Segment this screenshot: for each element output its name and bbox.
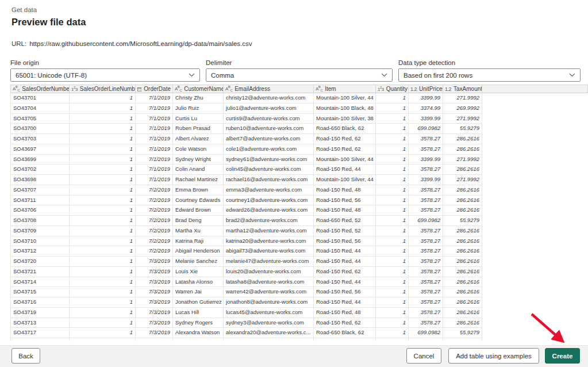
- cell-SalesOrderNumber: SO43715: [11, 287, 70, 297]
- cell-TaxAmount: 286.2616: [443, 287, 482, 297]
- table-row: SO4370417/1/2019Julio Ruizjulio1@adventu…: [11, 104, 588, 114]
- cell-CustomerName: Abigail Henderson: [173, 246, 224, 257]
- cell-SalesOrderNumber: SO43710: [11, 236, 70, 247]
- cell-Item: Road-150 Red, 62: [314, 318, 376, 328]
- cell-EmailAddress: [224, 338, 314, 341]
- table-row: SO4370617/2/2019Edward Brownedward26@adv…: [11, 205, 588, 216]
- cell-EmailAddress: alexandra20@adventure-works.c...: [224, 328, 314, 338]
- cell-Quantity: 1: [376, 297, 409, 308]
- column-header-SalesOrderNumber[interactable]: ABCSalesOrderNumber: [11, 85, 70, 93]
- whole-number-type-icon: 123: [378, 86, 384, 92]
- table-row: SO4370317/1/2019Albert Alvarezalbert7@ad…: [11, 134, 588, 144]
- file-origin-select[interactable]: 65001: Unicode (UTF-8): [10, 68, 200, 82]
- cell-Quantity: 1: [376, 246, 409, 257]
- cell-TaxAmount: 55.9279: [443, 328, 482, 338]
- cell-SalesOrderLineNumber: 1: [70, 196, 136, 206]
- column-header-label: SalesOrderLineNumber: [80, 86, 136, 92]
- cell-SalesOrderNumber: SO43716: [11, 297, 70, 308]
- cell-CustomerName: Cole Watson: [173, 144, 224, 155]
- delimiter-select[interactable]: Comma: [206, 68, 393, 82]
- add-table-using-examples-button[interactable]: Add table using examples: [448, 348, 539, 364]
- cell-OrderDate: 7/2/2019: [136, 236, 173, 247]
- cell-SalesOrderLineNumber: 1: [70, 328, 136, 338]
- column-header-OrderDate[interactable]: OrderDate: [136, 85, 173, 93]
- cell-OrderDate: 7/1/2019: [136, 104, 173, 114]
- cell-Item: Road-150 Red, 48: [314, 308, 376, 318]
- cell-SalesOrderNumber: SO43699: [11, 155, 70, 165]
- cell-TaxAmount: 286.2616: [443, 318, 482, 328]
- cell-Item: Road-150 Red, 44: [314, 297, 376, 308]
- cell-CustomerName: Ruben Prasad: [173, 124, 224, 134]
- column-header-Item[interactable]: ABCItem: [314, 85, 376, 93]
- cell-Quantity: 1: [376, 155, 409, 165]
- cell-CustomerName: Christy Zhu: [173, 93, 224, 104]
- table-row: SO4369817/1/2019Rachael Martinezrachael1…: [11, 175, 588, 185]
- cell-UnitPrice: 3578.27: [409, 205, 443, 216]
- cell-UnitPrice: 3578.27: [409, 277, 443, 288]
- cell-CustomerName: Albert Alvarez: [173, 134, 224, 144]
- cell-EmailAddress: christy12@adventure-works.com: [224, 93, 314, 104]
- column-header-SalesOrderLineNumber[interactable]: 123SalesOrderLineNumber: [70, 85, 136, 93]
- cell-OrderDate: 7/3/2019: [136, 267, 173, 277]
- create-button[interactable]: Create: [545, 348, 580, 364]
- cell-Quantity: 1: [376, 124, 409, 134]
- file-origin-group: File origin 65001: Unicode (UTF-8): [10, 59, 200, 82]
- cell-UnitPrice: 3578.27: [409, 236, 443, 247]
- cell-Quantity: 1: [376, 216, 409, 226]
- cell-SalesOrderLineNumber: 1: [70, 226, 136, 236]
- cell-SalesOrderLineNumber: 1: [70, 175, 136, 185]
- delimiter-value: Comma: [211, 72, 234, 79]
- cell-Quantity: 1: [376, 134, 409, 144]
- page-title: Preview file data: [11, 17, 86, 28]
- cell-UnitPrice: 699.0982: [409, 216, 443, 226]
- data-type-detection-label: Data type detection: [398, 59, 581, 66]
- cell-OrderDate: 7/3/2019: [136, 318, 173, 328]
- column-header-UnitPrice[interactable]: 1.2UnitPrice: [409, 85, 443, 93]
- cell-SalesOrderLineNumber: 1: [70, 277, 136, 288]
- cell-SalesOrderNumber: SO43712: [11, 246, 70, 257]
- table-row: SO4370817/2/2019Brad Dengbrad2@adventure…: [11, 216, 588, 226]
- cell-UnitPrice: 3578.27: [409, 165, 443, 175]
- cell-EmailAddress: julio1@adventure-works.com: [224, 104, 314, 114]
- column-header-TaxAmount[interactable]: 1.2TaxAmount: [443, 85, 482, 93]
- cell-Item: Road-150 Red, 62: [314, 144, 376, 155]
- cell-OrderDate: 7/1/2019: [136, 155, 173, 165]
- cell-SalesOrderNumber: SO43704: [11, 104, 70, 114]
- cell-SalesOrderNumber: SO43701: [11, 93, 70, 104]
- cell-CustomerName: Jonathon Gutierrez: [173, 297, 224, 308]
- cell-TaxAmount: 286.2616: [443, 297, 482, 308]
- table-row: SO4371017/2/2019Katrina Rajikatrina20@ad…: [11, 236, 588, 247]
- cancel-button[interactable]: Cancel: [406, 348, 441, 364]
- cell-Item: Mountain-100 Silver, 44: [314, 93, 376, 104]
- cell-TaxAmount: 286.2616: [443, 185, 482, 196]
- breadcrumb: Get data: [11, 6, 37, 13]
- table-row: SO4371217/2/2019Abigail Hendersonabigail…: [11, 246, 588, 257]
- data-type-detection-select[interactable]: Based on first 200 rows: [398, 68, 581, 82]
- column-header-Quantity[interactable]: 123Quantity: [376, 85, 409, 93]
- cell-EmailAddress: melanie47@adventure-works.com: [224, 257, 314, 267]
- cell-CustomerName: Emma Brown: [173, 185, 224, 196]
- file-origin-value: 65001: Unicode (UTF-8): [16, 72, 87, 79]
- cell-SalesOrderLineNumber: 1: [70, 93, 136, 104]
- cell-SalesOrderLineNumber: 1: [70, 287, 136, 297]
- back-button[interactable]: Back: [11, 348, 40, 364]
- cell-UnitPrice: 699.0982: [409, 124, 443, 134]
- cell-SalesOrderNumber: SO43714: [11, 277, 70, 288]
- cell-Quantity: 1: [376, 277, 409, 288]
- data-type-detection-group: Data type detection Based on first 200 r…: [398, 59, 581, 82]
- cell-Quantity: 1: [376, 93, 409, 104]
- cell-UnitPrice: 3399.99: [409, 155, 443, 165]
- cell-SalesOrderNumber: SO43705: [11, 114, 70, 124]
- cell-CustomerName: Edward Brown: [173, 205, 224, 216]
- cell-SalesOrderLineNumber: 1: [70, 216, 136, 226]
- column-header-CustomerName[interactable]: ABCCustomerName: [173, 85, 224, 93]
- decimal-type-icon: 1.2: [410, 86, 417, 92]
- cell-TaxAmount: 271.9992: [443, 155, 482, 165]
- cell-OrderDate: 7/2/2019: [136, 216, 173, 226]
- header-filler: [482, 85, 587, 93]
- cell-SalesOrderLineNumber: 1: [70, 267, 136, 277]
- cell-TaxAmount: 269.9992: [443, 104, 482, 114]
- column-header-EmailAddress[interactable]: ABCEmailAddress: [224, 85, 314, 93]
- cell-OrderDate: 7/3/2019: [136, 328, 173, 338]
- table-row: SO4371717/3/2019Alexandra Watsonalexandr…: [11, 328, 588, 338]
